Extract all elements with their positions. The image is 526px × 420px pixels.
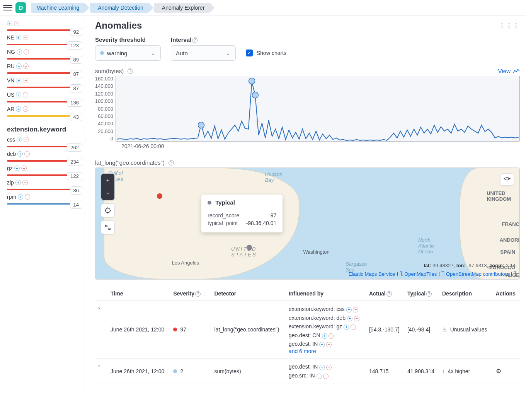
add-filter-icon[interactable]: +	[17, 49, 22, 55]
add-filter-icon[interactable]: +	[16, 35, 21, 40]
influencer-count-badge: 122	[67, 172, 82, 180]
zoom-controls: ＋ －	[101, 173, 115, 200]
tooltip-title: Typical	[215, 199, 235, 206]
info-icon[interactable]: ?	[169, 160, 174, 166]
remove-filter-icon[interactable]: −	[23, 92, 28, 97]
main-content: Anomalies ⋮⋮⋮ Severity threshold warning…	[85, 15, 526, 396]
remove-filter-icon[interactable]: −	[24, 49, 29, 55]
row-actions-button[interactable]: ⚙	[496, 368, 501, 374]
interval-value: Auto	[176, 50, 188, 56]
add-filter-icon[interactable]: +	[344, 324, 349, 330]
remove-filter-icon[interactable]: −	[353, 307, 358, 312]
influencer-count-badge: 14	[70, 201, 82, 209]
menu-toggle-button[interactable]	[3, 3, 12, 12]
cell-actions	[493, 301, 520, 359]
th-influenced[interactable]: Influenced by	[286, 287, 366, 301]
chart-view-link[interactable]: View	[498, 68, 520, 74]
remove-filter-icon[interactable]: −	[25, 194, 30, 200]
expand-row-button[interactable]: ›	[98, 362, 100, 369]
attrib-link[interactable]: Elastic Maps Service	[349, 271, 402, 277]
svg-point-0	[198, 122, 204, 128]
add-filter-icon[interactable]: +	[16, 92, 21, 97]
svg-point-1	[249, 78, 255, 84]
th-typical[interactable]: Typical?	[404, 287, 439, 301]
zoom-in-button[interactable]: ＋	[101, 174, 114, 187]
add-filter-icon[interactable]: +	[319, 342, 325, 347]
remove-filter-icon[interactable]: −	[354, 316, 359, 321]
severity-threshold-value: warning	[107, 50, 128, 56]
th-severity[interactable]: Severity?	[170, 287, 211, 301]
attrib-link[interactable]: OpenMapTiles	[404, 271, 443, 277]
th-detector[interactable]: Detector	[211, 287, 285, 301]
add-filter-icon[interactable]: +	[16, 63, 22, 69]
chart-x-start-label: 2021-06-26 00:00	[121, 143, 520, 149]
influencer-item: KE + − 92 123	[7, 34, 80, 47]
th-actions[interactable]: Actions	[493, 287, 520, 301]
remove-filter-icon[interactable]: −	[24, 137, 29, 142]
influencer-item: zip + − 86 86	[7, 179, 80, 192]
add-filter-icon[interactable]: +	[16, 78, 21, 83]
space-avatar[interactable]: D	[15, 2, 26, 13]
add-filter-icon[interactable]: +	[317, 374, 322, 379]
table-row: › June 26th 2021, 12:00 2 sum(bytes) geo…	[95, 359, 520, 384]
remove-filter-icon[interactable]: −	[23, 63, 29, 69]
attrib-link[interactable]: OpenStreetMap contributors	[446, 271, 516, 277]
add-filter-icon[interactable]: +	[17, 137, 22, 142]
severity-threshold-select[interactable]: warning ⌄	[95, 45, 161, 61]
show-charts-checkbox[interactable]: ✓	[246, 50, 253, 56]
add-filter-icon[interactable]: +	[17, 151, 23, 157]
chevron-down-icon: ⌄	[151, 50, 156, 56]
add-filter-icon[interactable]: +	[7, 21, 12, 26]
remove-filter-icon[interactable]: −	[23, 106, 28, 112]
info-icon[interactable]: ?	[192, 38, 197, 43]
zoom-out-button[interactable]: －	[101, 187, 114, 200]
remove-filter-icon[interactable]: −	[329, 333, 334, 339]
geo-map[interactable]: HudsonBay NorthAtlanticOcean Gulf ofAlas…	[95, 167, 520, 280]
panel-options-icon[interactable]: ⋮⋮⋮	[499, 22, 520, 29]
info-icon[interactable]: ?	[128, 68, 133, 74]
influencer-item: NG + − 89 89	[7, 49, 80, 61]
remove-filter-icon[interactable]: −	[22, 180, 28, 185]
remove-filter-icon[interactable]: −	[24, 151, 30, 157]
add-filter-icon[interactable]: +	[346, 307, 352, 312]
layer-toggle-button[interactable]	[500, 173, 514, 186]
cell-description: ⚠ Unusual values	[439, 301, 493, 359]
breadcrumb-anomaly-detection[interactable]: Anomaly Detection	[90, 3, 149, 13]
expand-row-button[interactable]: ›	[98, 305, 100, 311]
fit-bounds-button[interactable]	[101, 204, 114, 217]
remove-filter-icon[interactable]: −	[23, 78, 28, 83]
add-filter-icon[interactable]: +	[15, 180, 21, 185]
fullscreen-button[interactable]	[101, 221, 114, 234]
warning-icon: ⚠	[442, 326, 447, 333]
page-title: Anomalies	[95, 20, 142, 31]
breadcrumb-anomaly-explorer: Anomaly Explorer	[154, 3, 210, 13]
cell-influenced: geo.dest: IN + −geo.src: IN + −	[286, 359, 366, 384]
add-filter-icon[interactable]: +	[322, 333, 327, 339]
anomalies-table: Time Severity? Detector Influenced by Ac…	[95, 287, 520, 384]
arrow-up-icon: ↑	[442, 368, 445, 374]
show-charts-label: Show charts	[257, 50, 286, 56]
sum-bytes-chart[interactable]: 160,000140,000120,000100,00080,00060,000…	[95, 76, 520, 142]
remove-filter-icon[interactable]: −	[326, 365, 332, 370]
add-filter-icon[interactable]: +	[319, 365, 325, 370]
remove-filter-icon[interactable]: −	[323, 374, 329, 379]
typical-marker[interactable]	[247, 245, 252, 250]
add-filter-icon[interactable]: +	[16, 106, 21, 112]
th-description[interactable]: Description	[439, 287, 493, 301]
add-filter-icon[interactable]: +	[18, 194, 23, 200]
interval-select[interactable]: Auto ⌄	[171, 45, 236, 61]
th-actual[interactable]: Actual?	[366, 287, 404, 301]
breadcrumb: Machine Learning Anomaly Detection Anoma…	[31, 3, 215, 13]
severity-threshold-label: Severity threshold	[95, 36, 161, 43]
remove-filter-icon[interactable]: −	[14, 21, 19, 26]
breadcrumb-machine-learning[interactable]: Machine Learning	[31, 3, 85, 13]
map-status-text: lat: 39.48327, lon: -97.6313, zoom: 2.14	[424, 263, 516, 268]
remove-filter-icon[interactable]: −	[326, 342, 332, 347]
add-filter-icon[interactable]: +	[14, 166, 20, 171]
remove-filter-icon[interactable]: −	[351, 324, 356, 330]
add-filter-icon[interactable]: +	[347, 316, 352, 321]
show-more-influencers[interactable]: and 6 more	[289, 348, 363, 354]
remove-filter-icon[interactable]: −	[21, 166, 27, 171]
th-time[interactable]: Time	[107, 287, 170, 301]
remove-filter-icon[interactable]: −	[23, 35, 28, 40]
